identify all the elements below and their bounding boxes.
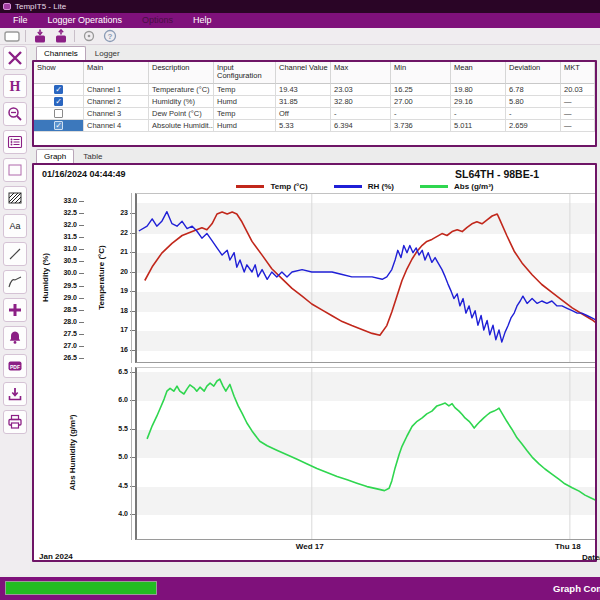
cell-main[interactable]: Channel 3 (84, 108, 149, 120)
cell-deviation[interactable]: 6.78 (506, 84, 561, 96)
cell-max[interactable]: 23.03 (331, 84, 391, 96)
column-header-mkt[interactable]: MKT (561, 62, 595, 84)
cell-mkt[interactable]: — (561, 120, 595, 132)
cell-min[interactable]: 16.25 (391, 84, 451, 96)
column-header-description[interactable]: Description (149, 62, 214, 84)
tab-channels[interactable]: Channels (36, 46, 86, 60)
column-header-deviation[interactable]: Deviation (506, 62, 561, 84)
cell-value[interactable]: Off (276, 108, 331, 120)
cell-value[interactable]: 19.43 (276, 84, 331, 96)
cell-mkt[interactable]: — (561, 96, 595, 108)
cell-input[interactable]: Humd (214, 120, 276, 132)
show-checkbox[interactable]: ✓ (54, 121, 63, 130)
axis-tick-label: 32.0 (63, 221, 77, 228)
cell-main[interactable]: Channel 4 (84, 120, 149, 132)
column-header-input-configuration[interactable]: Input Configuration (214, 62, 276, 84)
read-logger-icon[interactable] (30, 29, 49, 44)
cell-min[interactable]: - (391, 108, 451, 120)
abs-humidity-plot (135, 367, 595, 540)
cell-mkt[interactable]: 20.03 (561, 84, 595, 96)
axis-tick-mark (79, 249, 84, 250)
print-icon[interactable] (3, 410, 27, 434)
cell-description[interactable]: Dew Point (°C) (149, 108, 214, 120)
legend-list-icon[interactable] (3, 130, 27, 154)
column-header-show[interactable]: Show (34, 62, 84, 84)
axis-tick-label: 20 (120, 268, 128, 275)
cell-mean[interactable]: - (451, 108, 506, 120)
close-icon[interactable] (3, 46, 27, 70)
cell-max[interactable]: 6.394 (331, 120, 391, 132)
axis-tick-label: 16 (120, 346, 128, 353)
axis-tick-mark (79, 298, 84, 299)
cell-mean[interactable]: 19.80 (451, 84, 506, 96)
program-logger-icon[interactable] (51, 29, 70, 44)
fill-pattern-icon[interactable] (3, 186, 27, 210)
cell-description[interactable]: Humidity (%) (149, 96, 214, 108)
humidity-axis-ticks: 33.032.532.031.531.030.530.029.529.028.5… (34, 193, 84, 363)
graph-tabs: GraphTable (36, 149, 110, 163)
menu-logger-operations[interactable]: Logger Operations (39, 13, 132, 28)
show-cell[interactable] (34, 108, 84, 120)
cell-description[interactable]: Absolute Humidit... (149, 120, 214, 132)
legend-swatch (236, 185, 264, 188)
download-icon[interactable] (3, 382, 27, 406)
tab-graph[interactable]: Graph (36, 149, 74, 163)
text-icon[interactable]: Aa (3, 214, 27, 238)
svg-text:H: H (10, 79, 21, 94)
cell-main[interactable]: Channel 2 (84, 96, 149, 108)
channel-tabs: ChannelsLogger (36, 46, 128, 60)
line-icon[interactable] (3, 242, 27, 266)
side-toolbar: HAaPDF (0, 45, 30, 575)
cell-input[interactable]: Temp (214, 108, 276, 120)
wireless-icon[interactable] (79, 29, 98, 44)
new-session-icon[interactable] (2, 29, 21, 44)
cell-min[interactable]: 3.736 (391, 120, 451, 132)
cell-main[interactable]: Channel 1 (84, 84, 149, 96)
help-icon[interactable]: ? (100, 29, 119, 44)
axis-tick-mark (79, 213, 84, 214)
show-cell[interactable]: ✓ (34, 96, 84, 108)
menu-options[interactable]: Options (133, 13, 182, 28)
channels-table: ShowMainDescriptionInput ConfigurationCh… (34, 62, 595, 132)
column-header-max[interactable]: Max (331, 62, 391, 84)
cell-deviation[interactable]: 5.80 (506, 96, 561, 108)
show-checkbox[interactable]: ✓ (54, 97, 63, 106)
cell-max[interactable]: 32.80 (331, 96, 391, 108)
show-checkbox[interactable]: ✓ (54, 85, 63, 94)
column-header-channel-value[interactable]: Channel Value (276, 62, 331, 84)
axis-tick-label: 17 (120, 326, 128, 333)
cell-mkt[interactable]: — (561, 108, 595, 120)
cell-input[interactable]: Temp (214, 84, 276, 96)
cell-mean[interactable]: 29.16 (451, 96, 506, 108)
hold-icon[interactable]: H (3, 74, 27, 98)
rectangle-icon[interactable] (3, 158, 27, 182)
cell-min[interactable]: 27.00 (391, 96, 451, 108)
column-header-main[interactable]: Main (84, 62, 149, 84)
tab-table[interactable]: Table (75, 149, 110, 163)
menu-help[interactable]: Help (184, 13, 221, 28)
menu-file[interactable]: File (4, 13, 37, 28)
pdf-export-icon[interactable]: PDF (3, 354, 27, 378)
cell-deviation[interactable]: 2.659 (506, 120, 561, 132)
show-cell[interactable]: ✓ (34, 120, 84, 132)
tab-logger[interactable]: Logger (87, 46, 128, 60)
cell-mean[interactable]: 5.011 (451, 120, 506, 132)
cell-value[interactable]: 31.85 (276, 96, 331, 108)
column-header-mean[interactable]: Mean (451, 62, 506, 84)
axis-tick-label: 6.5 (118, 368, 128, 375)
cell-value[interactable]: 5.33 (276, 120, 331, 132)
legend-label: RH (%) (368, 182, 394, 191)
alarm-icon[interactable] (3, 326, 27, 350)
show-cell[interactable]: ✓ (34, 84, 84, 96)
show-checkbox[interactable] (54, 109, 63, 118)
cell-description[interactable]: Temperature (°C) (149, 84, 214, 96)
axis-tick-label: 4.5 (118, 482, 128, 489)
curve-icon[interactable] (3, 270, 27, 294)
app-window: { "window": { "title": "TempIT5 - Lite" … (0, 0, 600, 600)
column-header-min[interactable]: Min (391, 62, 451, 84)
cell-deviation[interactable]: - (506, 108, 561, 120)
cell-max[interactable]: - (331, 108, 391, 120)
zoom-out-icon[interactable] (3, 102, 27, 126)
crosshair-icon[interactable] (3, 298, 27, 322)
cell-input[interactable]: Humd (214, 96, 276, 108)
